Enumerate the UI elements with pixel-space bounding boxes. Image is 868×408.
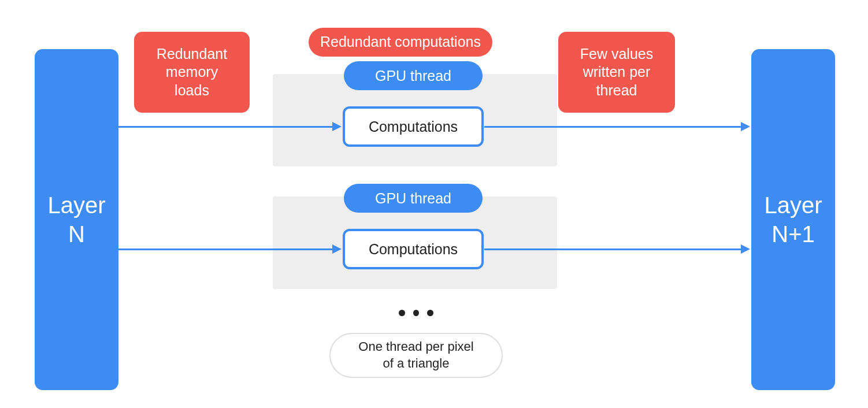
computations-box-2: Computations	[343, 229, 484, 269]
arrow-1a-line	[118, 126, 333, 128]
computations-box-1: Computations	[343, 106, 484, 147]
layer-n-label: Layer N	[47, 191, 105, 248]
footer-note-pill: One thread per pixel of a triangle	[329, 333, 503, 378]
dot-icon	[427, 310, 433, 316]
arrow-2a-line	[118, 248, 333, 250]
thread-pill-2: GPU thread	[344, 184, 483, 213]
arrow-1a-head	[332, 122, 342, 131]
callout-redundant-computations: Redundant computations	[309, 28, 492, 57]
callout-few-values: Few values written per thread	[558, 32, 675, 113]
arrow-1b-line	[484, 126, 742, 128]
layer-n1-label: Layer N+1	[764, 191, 822, 248]
arrow-2b-line	[484, 248, 742, 250]
dot-icon	[399, 310, 405, 316]
thread-pill-1: GPU thread	[344, 61, 483, 90]
arrow-1b-head	[741, 122, 750, 131]
layer-n-box: Layer N	[35, 49, 118, 390]
layer-n1-box: Layer N+1	[751, 49, 835, 390]
ellipsis-dots	[399, 310, 433, 316]
arrow-2a-head	[332, 244, 342, 254]
callout-redundant-memory: Redundant memory loads	[134, 32, 250, 113]
dot-icon	[413, 310, 420, 316]
arrow-2b-head	[741, 244, 750, 254]
